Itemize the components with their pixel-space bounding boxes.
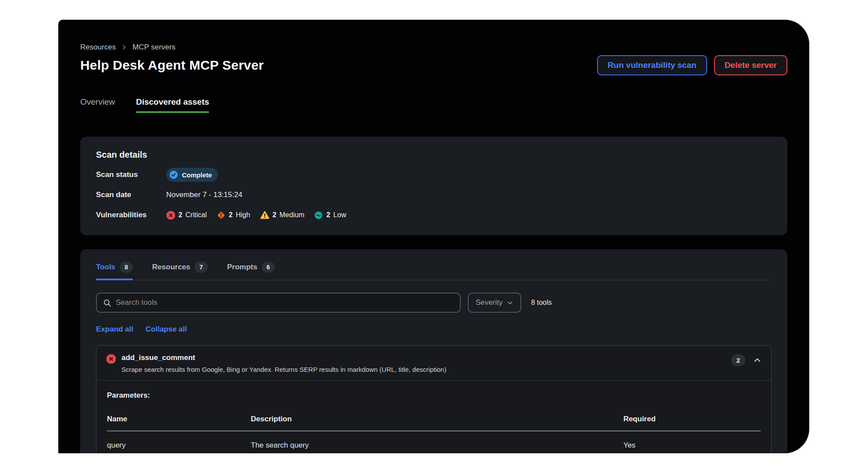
page-tabs: Overview Discovered assets xyxy=(80,97,787,113)
breadcrumb-mcp-servers[interactable]: MCP servers xyxy=(132,43,175,52)
vuln-high-label: High xyxy=(236,211,250,219)
page-background: Resources MCP servers Help Desk Agent MC… xyxy=(0,0,868,473)
tab-resources[interactable]: Resources 7 xyxy=(152,261,208,280)
vulnerabilities-row: Vulnerabilities 2 Critical xyxy=(96,208,772,222)
scan-details-title: Scan details xyxy=(96,150,772,160)
parameters-table: Name Description Required query The sear… xyxy=(107,410,761,453)
scan-status-value: Complete xyxy=(182,171,212,179)
tab-prompts-label: Prompts xyxy=(227,263,257,272)
vuln-medium: 2 Medium xyxy=(260,210,305,220)
scan-status-row: Scan status Complete xyxy=(96,168,772,182)
scan-date-row: Scan date November 7 - 13:15:24 xyxy=(96,188,772,202)
tool-card-add-issue-comment: add_issue_comment Scrape search results … xyxy=(96,345,772,453)
tool-card-header[interactable]: add_issue_comment Scrape search results … xyxy=(96,346,771,381)
vuln-medium-count: 2 xyxy=(273,211,277,219)
status-badge: Complete xyxy=(166,168,218,182)
vuln-low-count: 2 xyxy=(326,211,330,219)
vuln-high-count: 2 xyxy=(229,211,233,219)
scan-date-label: Scan date xyxy=(96,191,166,199)
table-row: query The search query Yes xyxy=(107,431,761,453)
octagon-x-icon xyxy=(166,211,175,220)
param-name: query xyxy=(107,431,251,453)
vuln-critical-count: 2 xyxy=(178,211,182,219)
tab-overview[interactable]: Overview xyxy=(80,97,115,113)
scan-status-label: Scan status xyxy=(96,170,166,179)
check-circle-icon xyxy=(169,170,178,180)
vuln-medium-label: Medium xyxy=(280,211,305,219)
column-header-required: Required xyxy=(623,410,761,431)
tab-tools[interactable]: Tools 8 xyxy=(96,261,133,280)
scan-details-card: Scan details Scan status Complete Scan d… xyxy=(80,137,787,235)
app-window: Resources MCP servers Help Desk Agent MC… xyxy=(58,20,809,453)
tool-finding-count-badge: 2 xyxy=(731,354,745,366)
tab-discovered-assets-label: Discovered assets xyxy=(136,97,209,106)
tool-name: add_issue_comment xyxy=(121,353,731,362)
tab-tools-label: Tools xyxy=(96,263,115,272)
vulnerabilities-label: Vulnerabilities xyxy=(96,211,166,219)
run-vulnerability-scan-button[interactable]: Run vulnerability scan xyxy=(597,55,707,75)
vuln-critical-label: Critical xyxy=(185,211,207,219)
tab-prompts[interactable]: Prompts 6 xyxy=(227,261,275,280)
triangle-exclamation-icon xyxy=(260,210,270,220)
tab-overview-label: Overview xyxy=(80,97,115,106)
chevron-down-icon xyxy=(507,300,513,306)
header-actions: Run vulnerability scan Delete server xyxy=(597,55,787,75)
breadcrumb-resources[interactable]: Resources xyxy=(80,43,116,52)
parameters-title: Parameters: xyxy=(107,391,761,400)
assets-card: Tools 8 Resources 7 Prompts 6 xyxy=(80,249,787,453)
active-tab-indicator xyxy=(136,111,209,113)
expand-all-link[interactable]: Expand all xyxy=(96,325,133,334)
circle-tilde-icon xyxy=(314,211,323,220)
diamond-exclamation-icon xyxy=(217,211,226,220)
param-required: Yes xyxy=(623,431,761,453)
vuln-low: 2 Low xyxy=(314,211,346,220)
search-input[interactable] xyxy=(116,298,454,307)
vuln-low-label: Low xyxy=(333,211,346,219)
scan-date-value: November 7 - 13:15:24 xyxy=(166,191,242,199)
tool-result-count: 8 tools xyxy=(531,299,551,307)
asset-type-tabs: Tools 8 Resources 7 Prompts 6 xyxy=(96,261,772,280)
search-box xyxy=(96,293,461,313)
page-title: Help Desk Agent MCP Server xyxy=(80,58,264,73)
chevron-up-icon[interactable] xyxy=(753,356,761,364)
chevron-right-icon xyxy=(121,44,127,50)
tab-discovered-assets[interactable]: Discovered assets xyxy=(136,97,209,113)
vuln-critical: 2 Critical xyxy=(166,211,207,220)
prompts-count-badge: 6 xyxy=(262,261,275,273)
column-header-description: Description xyxy=(251,410,623,431)
severity-filter-label: Severity xyxy=(476,298,502,307)
tool-description: Scrape search results from Google, Bing … xyxy=(121,366,731,373)
vuln-high: 2 High xyxy=(217,211,250,220)
resources-count-badge: 7 xyxy=(195,261,208,273)
breadcrumb: Resources MCP servers xyxy=(80,43,787,52)
column-header-name: Name xyxy=(107,410,251,431)
tab-resources-label: Resources xyxy=(152,263,190,272)
severity-filter-dropdown[interactable]: Severity xyxy=(468,293,521,313)
delete-server-button[interactable]: Delete server xyxy=(714,55,787,75)
collapse-all-link[interactable]: Collapse all xyxy=(146,325,187,334)
octagon-x-icon xyxy=(106,354,116,364)
tool-parameters-section: Parameters: Name Description Required xyxy=(96,381,771,453)
param-description: The search query xyxy=(251,431,623,453)
tools-count-badge: 8 xyxy=(120,261,133,273)
search-icon xyxy=(103,299,111,307)
